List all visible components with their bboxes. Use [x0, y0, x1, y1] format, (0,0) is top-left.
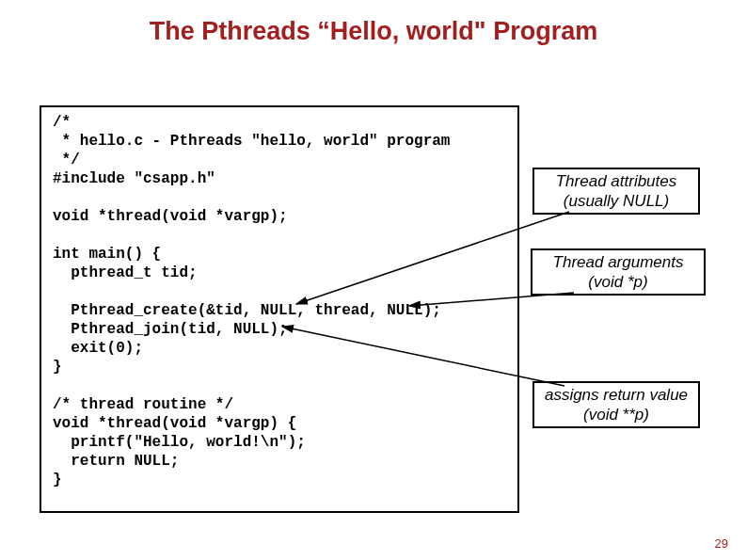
note-line: Thread attributes — [538, 171, 694, 191]
note-thread-attributes: Thread attributes (usually NULL) — [532, 168, 700, 215]
note-thread-arguments: Thread arguments (void *p) — [531, 248, 706, 296]
note-return-value: assigns return value (void **p) — [532, 381, 700, 428]
note-line: (void **p) — [538, 405, 694, 424]
code-listing: /* * hello.c - Pthreads "hello, world" p… — [40, 105, 519, 513]
note-line: assigns return value — [538, 385, 694, 405]
page-title: The Pthreads “Hello, world" Program — [0, 17, 747, 46]
note-line: Thread arguments — [536, 252, 700, 272]
note-line: (usually NULL) — [538, 191, 694, 211]
page-number: 29 — [715, 536, 728, 551]
note-line: (void *p) — [536, 272, 700, 292]
